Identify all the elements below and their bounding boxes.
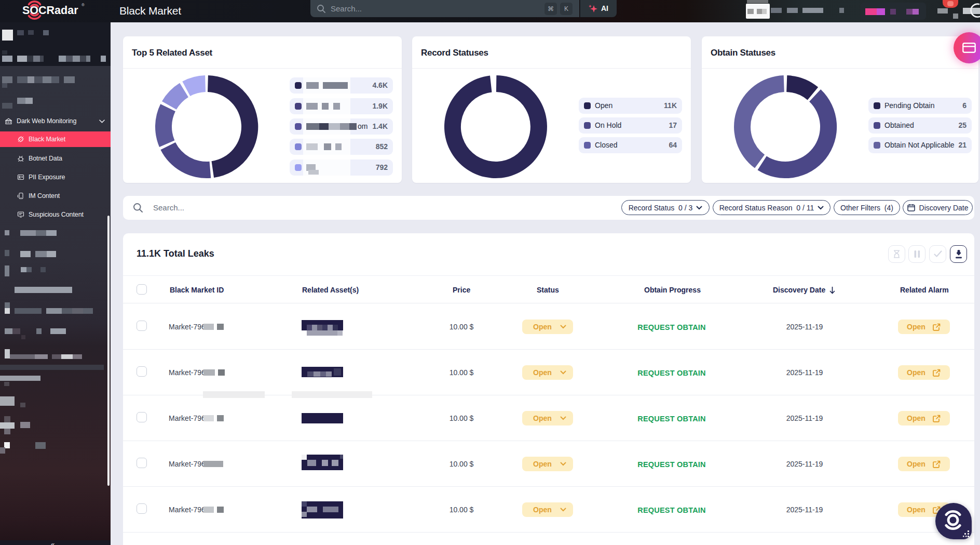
svg-text:SOCRadar: SOCRadar <box>22 4 78 17</box>
svg-text:®: ® <box>81 3 85 7</box>
